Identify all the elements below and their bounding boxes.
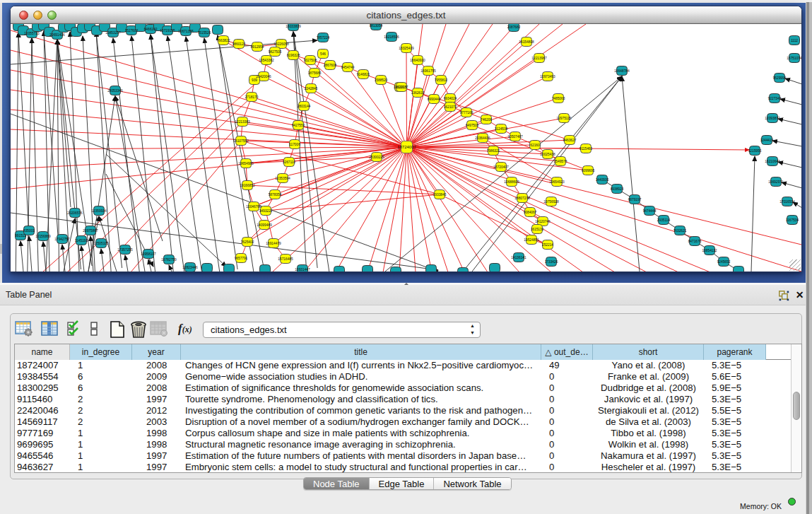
svg-text:117006: 117006: [289, 143, 300, 146]
svg-text:25300225: 25300225: [369, 156, 384, 159]
svg-text:10973493: 10973493: [540, 75, 555, 78]
svg-text:2242845: 2242845: [305, 87, 318, 90]
svg-text:1440935: 1440935: [596, 178, 609, 182]
svg-text:17357255: 17357255: [117, 248, 133, 252]
svg-text:20691406: 20691406: [49, 33, 65, 37]
svg-text:12213383: 12213383: [235, 120, 250, 124]
svg-text:8463627: 8463627: [563, 139, 577, 142]
svg-text:8813054: 8813054: [370, 24, 383, 28]
svg-text:12823446: 12823446: [182, 266, 198, 269]
svg-text:3124534: 3124534: [495, 127, 508, 131]
svg-text:7663822: 7663822: [217, 39, 230, 42]
svg-text:3493222: 3493222: [259, 209, 273, 213]
svg-text:1112: 1112: [791, 39, 798, 42]
svg-text:1615132: 1615132: [531, 228, 544, 231]
svg-text:19166852: 19166852: [240, 184, 255, 187]
svg-text:991511: 991511: [15, 234, 26, 238]
svg-text:7986322: 7986322: [487, 149, 500, 153]
svg-text:15692971: 15692971: [768, 180, 784, 184]
svg-text:16648784: 16648784: [614, 69, 630, 73]
svg-text:19756928: 19756928: [543, 200, 559, 204]
svg-text:12093872: 12093872: [765, 117, 780, 120]
svg-text:7632621: 7632621: [673, 229, 687, 233]
svg-text:16033809: 16033809: [286, 25, 301, 28]
svg-text:14120746: 14120746: [535, 220, 551, 223]
svg-text:10543362: 10543362: [259, 59, 274, 62]
svg-text:2087682: 2087682: [507, 25, 521, 29]
svg-text:12353594: 12353594: [275, 177, 290, 180]
svg-text:5878354: 5878354: [269, 193, 282, 197]
svg-text:1362615: 1362615: [411, 91, 425, 95]
svg-text:9084067: 9084067: [524, 211, 537, 214]
svg-text:16914479: 16914479: [266, 242, 281, 245]
svg-text:16210643: 16210643: [765, 160, 780, 163]
svg-text:9245652: 9245652: [717, 260, 731, 264]
svg-text:3267110: 3267110: [283, 160, 296, 164]
svg-text:1244415: 1244415: [760, 139, 774, 142]
svg-text:9115460: 9115460: [579, 147, 593, 151]
svg-text:19218506: 19218506: [384, 35, 399, 39]
svg-text:3215955: 3215955: [748, 149, 762, 153]
svg-text:1588520: 1588520: [375, 78, 388, 82]
svg-text:12505105: 12505105: [93, 242, 109, 245]
svg-text:9146821: 9146821: [357, 73, 370, 76]
svg-text:16154808: 16154808: [519, 40, 534, 44]
svg-text:6879197: 6879197: [628, 198, 642, 201]
svg-text:7955812: 7955812: [435, 78, 448, 82]
svg-text:10671355: 10671355: [178, 30, 194, 33]
svg-text:10853257: 10853257: [105, 31, 121, 35]
svg-text:10507487: 10507487: [507, 135, 523, 139]
svg-text:12156869: 12156869: [35, 235, 51, 238]
svg-text:9474444: 9474444: [643, 209, 657, 213]
svg-text:10931447: 10931447: [295, 268, 310, 271]
svg-text:8196328: 8196328: [287, 54, 300, 57]
svg-text:19654923: 19654923: [549, 180, 565, 184]
svg-text:12359934: 12359934: [91, 209, 107, 213]
svg-text:15716485: 15716485: [278, 257, 293, 261]
svg-text:2549578: 2549578: [554, 160, 567, 163]
svg-text:9227343: 9227343: [768, 97, 782, 100]
svg-text:8454749: 8454749: [341, 66, 355, 69]
svg-text:1167534: 1167534: [786, 218, 799, 222]
svg-text:10854112: 10854112: [702, 249, 717, 252]
svg-text:7857224: 7857224: [317, 36, 330, 40]
svg-text:15751074: 15751074: [787, 57, 801, 60]
svg-text:18724007: 18724007: [397, 145, 416, 149]
svg-text:15720407: 15720407: [493, 165, 509, 169]
svg-text:14099489: 14099489: [257, 223, 272, 227]
svg-text:1733426: 1733426: [545, 260, 558, 264]
svg-text:7625402: 7625402: [241, 240, 254, 244]
svg-text:939: 939: [252, 78, 257, 82]
svg-text:252214: 252214: [542, 243, 553, 247]
svg-text:9657791: 9657791: [235, 257, 248, 260]
svg-text:9529996: 9529996: [773, 76, 787, 80]
svg-text:746206: 746206: [481, 118, 492, 122]
svg-text:20975867: 20975867: [83, 229, 98, 233]
svg-text:8938923: 8938923: [611, 187, 624, 191]
svg-text:2935114: 2935114: [657, 218, 671, 222]
svg-text:546: 546: [320, 52, 326, 56]
svg-text:9427552: 9427552: [292, 124, 305, 127]
svg-text:6099695: 6099695: [582, 169, 595, 173]
svg-text:2867608: 2867608: [324, 64, 337, 67]
svg-text:28053346: 28053346: [107, 89, 123, 93]
svg-text:13226058: 13226058: [273, 42, 289, 46]
svg-text:8912954: 8912954: [251, 45, 264, 49]
svg-text:62160: 62160: [530, 144, 540, 147]
svg-text:10046766: 10046766: [246, 205, 261, 209]
svg-text:19524851: 19524851: [524, 238, 539, 242]
svg-text:7515526: 7515526: [198, 31, 211, 35]
svg-text:12213967: 12213967: [531, 57, 547, 60]
svg-text:10025438: 10025438: [540, 153, 555, 156]
svg-text:10688609: 10688609: [504, 180, 519, 184]
svg-text:6934024: 6934024: [444, 97, 457, 100]
svg-text:7485063: 7485063: [552, 97, 565, 100]
svg-text:23420046: 23420046: [256, 75, 271, 78]
svg-text:9860123: 9860123: [233, 42, 246, 46]
svg-text:18807279: 18807279: [514, 197, 530, 200]
svg-text:16107552: 16107552: [233, 139, 249, 143]
svg-text:1875685: 1875685: [308, 71, 322, 75]
svg-text:9827505: 9827505: [269, 50, 282, 54]
svg-text:1822037: 1822037: [395, 86, 408, 89]
svg-text:2803144: 2803144: [298, 105, 311, 108]
